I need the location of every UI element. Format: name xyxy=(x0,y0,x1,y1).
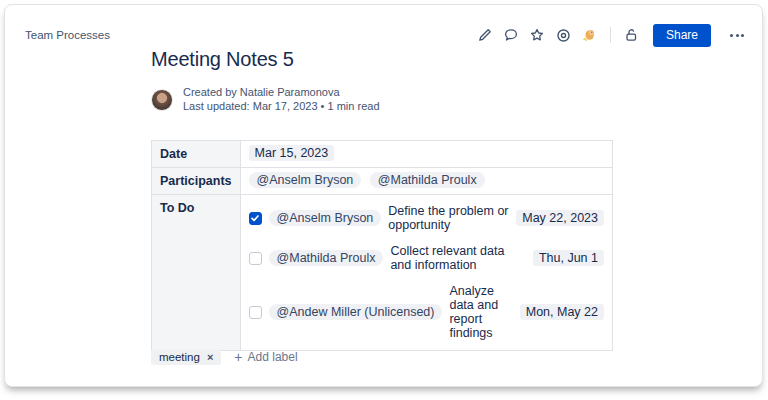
unlock-icon[interactable] xyxy=(623,27,640,44)
more-icon[interactable] xyxy=(726,29,748,42)
check-icon xyxy=(250,213,260,223)
task-item: @Andew Miller (Unlicensed) Analyze data … xyxy=(249,284,604,340)
table-row-participants: Participants @Anselm Bryson @Mathilda Pr… xyxy=(152,168,613,195)
row-header-date: Date xyxy=(152,141,241,168)
mention-pill[interactable]: @Anselm Bryson xyxy=(249,172,362,188)
date-cell: Mar 15, 2023 xyxy=(240,141,612,168)
task-text: Collect relevant data and information xyxy=(390,244,526,272)
table-row-date: Date Mar 15, 2023 xyxy=(152,141,613,168)
page-content: Meeting Notes 5 Created by Natalie Param… xyxy=(151,48,621,351)
breadcrumb[interactable]: Team Processes xyxy=(25,29,110,41)
task-checkbox[interactable] xyxy=(249,212,262,225)
task-item: @Anselm Bryson Define the problem or opp… xyxy=(249,204,604,232)
mention-pill[interactable]: @Mathilda Proulx xyxy=(370,172,485,188)
due-date-lozenge[interactable]: Thu, Jun 1 xyxy=(533,250,604,266)
top-bar: Team Processes Share xyxy=(25,21,748,49)
label-text: meeting xyxy=(159,351,200,363)
labels-row: meeting × + Add label xyxy=(151,349,298,365)
assignee-pill[interactable]: @Anselm Bryson xyxy=(269,210,382,226)
row-header-participants: Participants xyxy=(152,168,241,195)
page-card: Team Processes Share xyxy=(4,4,763,387)
comment-icon[interactable] xyxy=(503,27,520,44)
assignee-pill[interactable]: @Andew Miller (Unlicensed) xyxy=(269,304,443,320)
meeting-notes-table: Date Mar 15, 2023 Participants @Anselm B… xyxy=(151,140,613,351)
last-updated: Last updated: Mar 17, 2023 • 1 min read xyxy=(183,100,380,114)
plus-icon: + xyxy=(234,349,242,365)
byline: Created by Natalie Paramonova Last updat… xyxy=(151,86,621,113)
task-checkbox[interactable] xyxy=(249,306,262,319)
page-title: Meeting Notes 5 xyxy=(151,48,621,71)
star-icon[interactable] xyxy=(529,27,546,44)
author-avatar[interactable] xyxy=(151,89,173,111)
read-time: 1 min read xyxy=(328,100,380,112)
table-row-todo: To Do @Anselm Bryson Define the problem … xyxy=(152,195,613,351)
share-button[interactable]: Share xyxy=(653,24,711,47)
add-label-text: Add label xyxy=(248,350,298,364)
due-date-lozenge[interactable]: May 22, 2023 xyxy=(516,210,604,226)
task-item: @Mathilda Proulx Collect relevant data a… xyxy=(249,244,604,272)
remove-label-icon[interactable]: × xyxy=(207,351,213,363)
add-label-button[interactable]: + Add label xyxy=(234,349,297,365)
assignee-pill[interactable]: @Mathilda Proulx xyxy=(269,250,384,266)
byline-separator: • xyxy=(321,100,325,112)
task-checkbox[interactable] xyxy=(249,252,262,265)
toolbar-divider xyxy=(610,27,611,43)
label-chip-meeting[interactable]: meeting × xyxy=(151,349,221,365)
edit-icon[interactable] xyxy=(477,27,494,44)
byline-text: Created by Natalie Paramonova Last updat… xyxy=(183,86,380,113)
row-header-todo: To Do xyxy=(152,195,241,351)
toolbar: Share xyxy=(477,24,748,47)
created-by: Created by Natalie Paramonova xyxy=(183,86,380,100)
watch-icon[interactable] xyxy=(555,27,572,44)
task-text: Analyze data and report findings xyxy=(449,284,512,340)
todo-cell: @Anselm Bryson Define the problem or opp… xyxy=(240,195,612,351)
participants-cell: @Anselm Bryson @Mathilda Proulx xyxy=(240,168,612,195)
due-date-lozenge[interactable]: Mon, May 22 xyxy=(520,304,604,320)
date-lozenge[interactable]: Mar 15, 2023 xyxy=(249,145,335,161)
task-text: Define the problem or opportunity xyxy=(388,204,509,232)
emoji-icon[interactable] xyxy=(581,27,598,44)
